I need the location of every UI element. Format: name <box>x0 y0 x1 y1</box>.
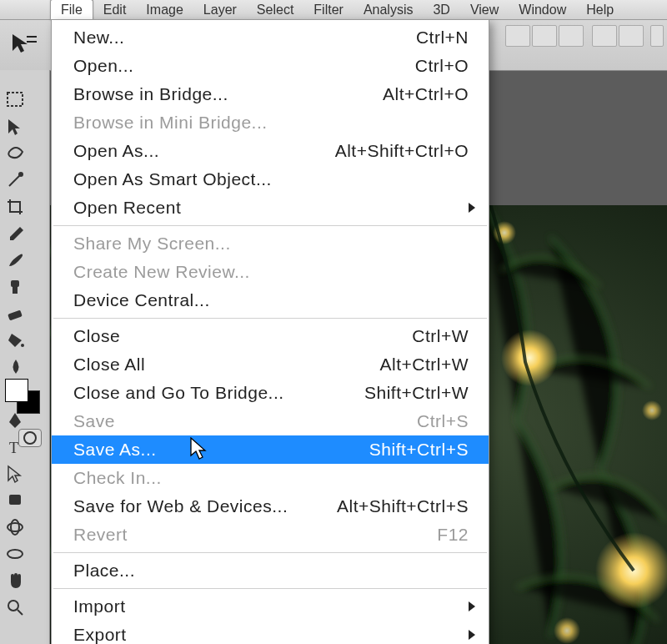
menu-filter[interactable]: Filter <box>303 0 354 20</box>
svg-point-18 <box>11 520 19 535</box>
align-button[interactable] <box>532 25 557 47</box>
eraser-tool-icon[interactable] <box>5 304 27 324</box>
chevron-right-icon <box>469 203 475 213</box>
brush-tool-icon[interactable] <box>5 250 27 270</box>
path-tool-icon[interactable] <box>5 464 27 484</box>
svg-line-21 <box>18 610 23 615</box>
align-button[interactable] <box>619 25 644 47</box>
svg-rect-3 <box>8 93 23 106</box>
marquee-tool-icon[interactable] <box>5 90 27 110</box>
menu-revert: RevertF12 <box>52 521 489 549</box>
svg-point-19 <box>8 550 23 558</box>
menu-image[interactable]: Image <box>136 0 193 20</box>
menu-open-recent[interactable]: Open Recent <box>52 194 489 222</box>
menu-browse-in-bridge[interactable]: Browse in Bridge...Alt+Ctrl+O <box>52 80 489 108</box>
circle-icon <box>23 431 37 445</box>
crop-tool-icon[interactable] <box>5 197 27 217</box>
menu-save-as[interactable]: Save As...Shift+Ctrl+S <box>52 435 489 464</box>
menu-select[interactable]: Select <box>247 0 303 20</box>
menu-close-and-go-to-bridge[interactable]: Close and Go To Bridge...Shift+Ctrl+W <box>52 379 489 407</box>
menu-separator <box>53 552 487 553</box>
clone-tool-icon[interactable] <box>5 277 27 297</box>
menu-layer[interactable]: Layer <box>193 0 247 20</box>
file-menu-dropdown: New...Ctrl+N Open...Ctrl+O Browse in Bri… <box>51 19 489 644</box>
svg-point-6 <box>18 172 23 177</box>
move-tool-icon <box>10 32 38 57</box>
chevron-right-icon <box>469 630 475 640</box>
menu-separator <box>53 588 487 589</box>
menu-new[interactable]: New...Ctrl+N <box>52 23 489 52</box>
menu-device-central[interactable]: Device Central... <box>52 286 489 314</box>
foreground-swatch[interactable] <box>5 379 28 402</box>
menu-browse-in-mini-bridge: Browse in Mini Bridge... <box>52 108 489 137</box>
zoom-tool-icon[interactable] <box>5 597 27 617</box>
lasso-tool-icon[interactable] <box>5 143 27 164</box>
bucket-tool-icon[interactable] <box>5 330 27 350</box>
menu-export[interactable]: Export <box>52 621 489 644</box>
menu-help[interactable]: Help <box>576 0 624 20</box>
menu-check-in: Check In... <box>52 464 489 492</box>
move-tool-icon[interactable] <box>5 117 27 137</box>
menu-analysis[interactable]: Analysis <box>354 0 424 20</box>
menu-file[interactable]: File <box>50 0 93 21</box>
menu-create-new-review: Create New Review... <box>52 258 489 286</box>
blur-tool-icon[interactable] <box>5 357 27 377</box>
menu-view[interactable]: View <box>460 0 509 20</box>
menu-place[interactable]: Place... <box>52 556 489 585</box>
svg-point-20 <box>8 601 18 611</box>
menu-open[interactable]: Open...Ctrl+O <box>52 52 489 80</box>
hand-tool-icon[interactable] <box>5 571 27 591</box>
chevron-right-icon <box>469 601 475 611</box>
align-button[interactable] <box>505 25 530 47</box>
quick-mask-button[interactable] <box>18 429 42 447</box>
eyedropper-tool-icon[interactable] <box>5 224 27 244</box>
align-button[interactable] <box>559 25 584 47</box>
camera-tool-icon[interactable] <box>5 544 27 564</box>
menu-3d[interactable]: 3D <box>423 0 459 20</box>
svg-rect-7 <box>11 280 19 287</box>
svg-point-17 <box>8 523 23 531</box>
svg-rect-16 <box>9 495 21 505</box>
menubar: File Edit Image Layer Select Filter Anal… <box>0 0 667 20</box>
menu-import[interactable]: Import <box>52 592 489 621</box>
menu-save-for-web[interactable]: Save for Web & Devices...Alt+Shift+Ctrl+… <box>52 492 489 521</box>
menu-open-as[interactable]: Open As...Alt+Shift+Ctrl+O <box>52 137 489 165</box>
menu-open-as-smart-object[interactable]: Open As Smart Object... <box>52 165 489 194</box>
svg-marker-15 <box>8 466 20 482</box>
3d-tool-icon[interactable] <box>5 517 27 537</box>
photoshop-window: File Edit Image Layer Select Filter Anal… <box>0 0 667 644</box>
menu-share-my-screen: Share My Screen... <box>52 229 489 258</box>
menu-separator <box>53 318 487 319</box>
svg-rect-9 <box>8 310 23 321</box>
svg-point-27 <box>554 617 580 644</box>
menu-window[interactable]: Window <box>509 0 576 20</box>
menu-separator <box>53 225 487 226</box>
shape-tool-icon[interactable] <box>5 491 27 511</box>
svg-point-26 <box>642 400 662 420</box>
wand-tool-icon[interactable] <box>5 170 27 190</box>
svg-marker-10 <box>8 334 22 347</box>
align-button[interactable] <box>650 25 664 47</box>
svg-marker-0 <box>13 34 28 53</box>
menu-close[interactable]: CloseCtrl+W <box>52 322 489 350</box>
svg-rect-8 <box>13 287 18 294</box>
svg-point-11 <box>21 344 24 347</box>
align-button[interactable] <box>592 25 617 47</box>
tools-panel: T <box>0 70 50 644</box>
menu-edit[interactable]: Edit <box>93 0 137 20</box>
svg-marker-4 <box>8 119 20 135</box>
svg-text:T: T <box>9 440 18 456</box>
menu-save: SaveCtrl+S <box>52 407 489 435</box>
menu-close-all[interactable]: Close AllAlt+Ctrl+W <box>52 350 489 379</box>
